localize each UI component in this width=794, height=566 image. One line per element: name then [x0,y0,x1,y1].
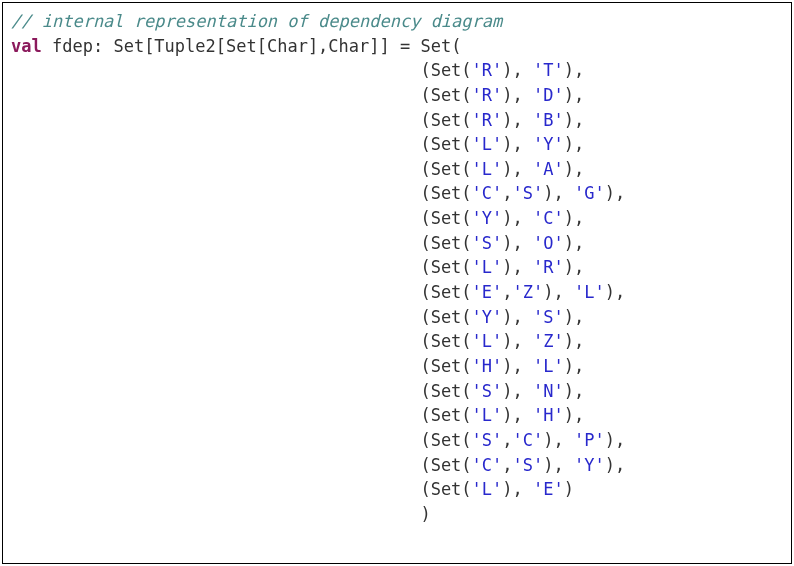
char-literal: 'G' [574,183,605,203]
char-literal: 'H' [533,405,564,425]
entry-indent [11,282,420,302]
entry-mid: ), [502,356,533,376]
comma: , [502,430,512,450]
entry-mid: ), [502,257,533,277]
char-literal: 'R' [472,60,503,80]
entry-open: (Set( [420,134,471,154]
entry-open: (Set( [420,307,471,327]
entry-close: ), [605,183,625,203]
char-literal: 'C' [472,455,503,475]
char-literal: 'L' [574,282,605,302]
char-literal: 'Y' [472,208,503,228]
char-literal: 'T' [533,60,564,80]
entry-close: ), [564,134,584,154]
entry-mid: ), [502,159,533,179]
char-literal: 'S' [513,455,544,475]
char-literal: 'B' [533,110,564,130]
char-literal: 'H' [472,356,503,376]
char-literal: 'E' [472,282,503,302]
char-literal: 'C' [513,430,544,450]
entry-close: ), [564,110,584,130]
type-decl: Set[Tuple2[Set[Char],Char]] [113,36,389,56]
char-literal: 'L' [533,356,564,376]
comma: , [502,282,512,302]
entry-close: ), [564,356,584,376]
entry-open: (Set( [420,110,471,130]
entry-indent [11,110,420,130]
char-literal: 'L' [472,479,503,499]
entry-open: (Set( [420,208,471,228]
entry-mid: ), [502,134,533,154]
comma: , [502,183,512,203]
entry-mid: ), [502,233,533,253]
entry-indent [11,85,420,105]
char-literal: 'S' [533,307,564,327]
char-literal: 'L' [472,405,503,425]
char-literal: 'Z' [513,282,544,302]
char-literal: 'S' [472,233,503,253]
char-literal: 'R' [533,257,564,277]
char-literal: 'Y' [472,307,503,327]
entry-mid: ), [502,381,533,401]
colon: : [93,36,103,56]
entry-mid: ), [543,455,574,475]
entry-open: (Set( [420,183,471,203]
entry-mid: ), [502,85,533,105]
entry-indent [11,134,420,154]
char-literal: 'S' [472,430,503,450]
entry-close: ), [564,307,584,327]
close-indent [11,504,420,524]
entry-open: (Set( [420,331,471,351]
entry-indent [11,331,420,351]
set-open: Set( [421,36,462,56]
entry-indent [11,430,420,450]
entry-open: (Set( [420,85,471,105]
entry-open: (Set( [420,356,471,376]
char-literal: 'Y' [574,455,605,475]
entry-close: ), [564,257,584,277]
char-literal: 'E' [533,479,564,499]
entry-close: ), [564,405,584,425]
entry-indent [11,60,420,80]
entry-mid: ), [502,307,533,327]
entry-mid: ), [502,208,533,228]
set-close: ) [420,504,430,524]
entry-close: ), [564,381,584,401]
entries-list: (Set('R'), 'T'), (Set('R'), 'D'), (Set('… [11,60,625,499]
char-literal: 'Z' [533,331,564,351]
entry-close: ), [605,282,625,302]
entry-indent [11,356,420,376]
entry-indent [11,208,420,228]
char-literal: 'L' [472,331,503,351]
entry-mid: ), [543,430,574,450]
entry-close: ), [564,331,584,351]
char-literal: 'R' [472,85,503,105]
entry-open: (Set( [420,159,471,179]
entry-indent [11,405,420,425]
comment-line: // internal representation of dependency… [11,11,502,31]
entry-indent [11,159,420,179]
char-literal: 'L' [472,257,503,277]
char-literal: 'L' [472,134,503,154]
entry-close: ), [564,208,584,228]
entry-indent [11,479,420,499]
char-literal: 'R' [472,110,503,130]
entry-close: ), [564,85,584,105]
entry-mid: ), [502,405,533,425]
entry-mid: ), [543,183,574,203]
char-literal: 'N' [533,381,564,401]
entry-close: ), [564,233,584,253]
entry-open: (Set( [420,282,471,302]
entry-close: ), [605,455,625,475]
entry-open: (Set( [420,405,471,425]
entry-open: (Set( [420,455,471,475]
entry-open: (Set( [420,430,471,450]
entry-open: (Set( [420,60,471,80]
entry-open: (Set( [420,233,471,253]
char-literal: 'A' [533,159,564,179]
entry-close: ), [564,159,584,179]
char-literal: 'C' [472,183,503,203]
entry-mid: ), [502,110,533,130]
char-literal: 'O' [533,233,564,253]
keyword-val: val [11,36,42,56]
